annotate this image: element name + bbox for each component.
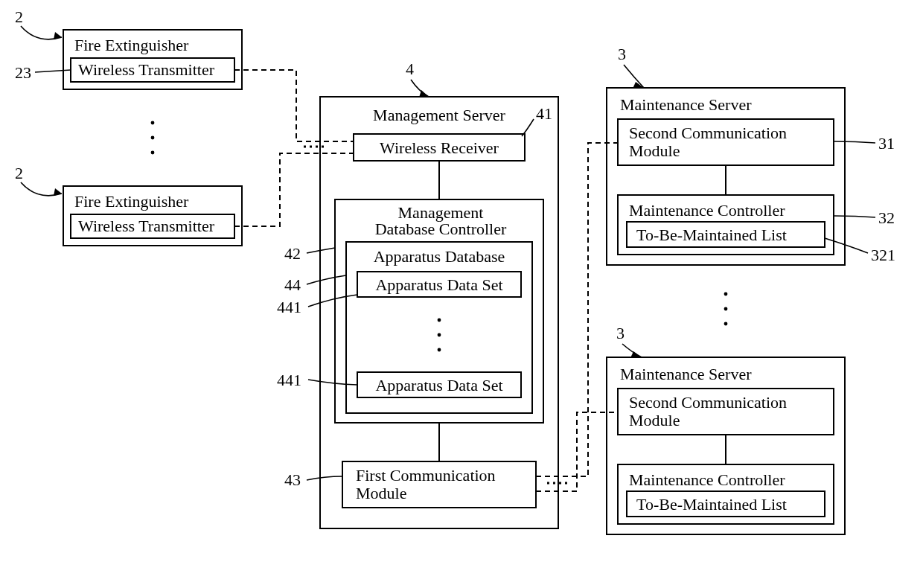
- wireless-receiver: Wireless Receiver: [380, 138, 499, 157]
- leader-44: [307, 275, 346, 284]
- ref-4: 4: [406, 60, 414, 78]
- svg-rect-32: [304, 146, 306, 148]
- ref-3a: 3: [618, 45, 626, 63]
- apparatus-data-set-1: Apparatus Data Set: [375, 275, 502, 294]
- link-tx1-receiver: [234, 70, 354, 141]
- svg-point-14: [438, 319, 441, 322]
- management-server: Management Server Wireless Receiver Mana…: [320, 97, 558, 528]
- arrow-3b: [630, 351, 642, 358]
- svg-rect-35: [322, 146, 324, 148]
- fire-extinguisher-1-title: Fire Extinguisher: [74, 36, 189, 54]
- leader-23: [35, 70, 71, 72]
- maintenance-server-2-title: Maintenance Server: [620, 365, 752, 383]
- mgmt-db-controller-l2: Database Controller: [375, 220, 507, 238]
- fire-extinguisher-2-title: Fire Extinguisher: [74, 192, 189, 211]
- svg-rect-37: [553, 482, 555, 485]
- leader-3a: [624, 65, 644, 88]
- ref-441b: 441: [277, 371, 301, 389]
- management-server-title: Management Server: [373, 106, 505, 124]
- ref-32: 32: [878, 208, 895, 227]
- svg-point-25: [724, 307, 728, 311]
- svg-rect-39: [565, 482, 567, 485]
- svg-rect-34: [316, 146, 318, 148]
- diagram-canvas: Fire Extinguisher Wireless Transmitter F…: [0, 0, 923, 588]
- maintenance-server-2: Maintenance Server Second Communication …: [607, 357, 845, 534]
- dots-extinguishers: [151, 121, 155, 155]
- ref-31: 31: [878, 134, 895, 153]
- maintenance-server-1: Maintenance Server Second Communication …: [607, 88, 845, 265]
- ms1-controller: Maintenance Controller: [629, 201, 785, 220]
- arrow-2a: [54, 32, 62, 39]
- ms2-list: To-Be-Maintained List: [636, 495, 787, 514]
- ms1-second-comm-l2: Module: [629, 141, 680, 160]
- first-comm-l1: First Communication: [356, 466, 496, 485]
- apparatus-database: Apparatus Database: [374, 247, 505, 266]
- svg-point-24: [724, 293, 728, 296]
- ms2-second-comm-l1: Second Communication: [629, 393, 787, 412]
- fire-extinguisher-1-transmitter: Wireless Transmitter: [78, 60, 215, 79]
- ref-23: 23: [15, 63, 31, 82]
- ms2-controller: Maintenance Controller: [629, 470, 785, 489]
- svg-point-3: [151, 136, 155, 140]
- leader-31: [834, 141, 875, 143]
- ref-321: 321: [871, 246, 895, 264]
- first-comm-l2: Module: [356, 484, 406, 502]
- ref-43: 43: [284, 470, 301, 489]
- leader-441a: [308, 295, 357, 307]
- ref-42: 42: [284, 244, 301, 263]
- svg-rect-38: [559, 482, 561, 485]
- ms2-second-comm-l2: Module: [629, 411, 680, 429]
- apparatus-data-set-2: Apparatus Data Set: [375, 376, 502, 394]
- fire-extinguisher-1: Fire Extinguisher Wireless Transmitter: [63, 30, 242, 89]
- svg-point-4: [151, 151, 155, 155]
- leader-441b: [308, 380, 357, 385]
- dots-maintenance: [724, 293, 728, 326]
- ref-2a: 2: [15, 7, 23, 26]
- ref-2b: 2: [15, 164, 23, 182]
- leader-43: [307, 476, 342, 480]
- leader-4: [411, 80, 429, 97]
- fire-extinguisher-2: Fire Extinguisher Wireless Transmitter: [63, 186, 242, 246]
- ref-41: 41: [536, 104, 552, 123]
- svg-point-26: [724, 322, 728, 326]
- ref-441a: 441: [277, 298, 301, 316]
- leader-32: [834, 216, 875, 217]
- ms1-list: To-Be-Maintained List: [636, 226, 787, 244]
- leader-41: [522, 119, 534, 136]
- link-firstcomm-ms1: [536, 143, 618, 476]
- fire-extinguisher-2-transmitter: Wireless Transmitter: [78, 217, 215, 235]
- maintenance-server-1-title: Maintenance Server: [620, 95, 752, 114]
- link-firstcomm-ms2: [536, 412, 618, 491]
- svg-rect-33: [310, 146, 312, 148]
- dots-firstcomm-exit: [547, 482, 567, 485]
- ref-3b: 3: [616, 324, 625, 342]
- svg-point-15: [438, 333, 441, 337]
- ms1-second-comm-l1: Second Communication: [629, 124, 787, 142]
- leader-321: [825, 238, 868, 253]
- svg-rect-36: [547, 482, 549, 485]
- svg-point-2: [151, 121, 155, 125]
- svg-point-16: [438, 348, 441, 352]
- dots-datasets: [438, 319, 441, 352]
- arrow-2b: [54, 188, 62, 196]
- ref-44: 44: [284, 275, 301, 294]
